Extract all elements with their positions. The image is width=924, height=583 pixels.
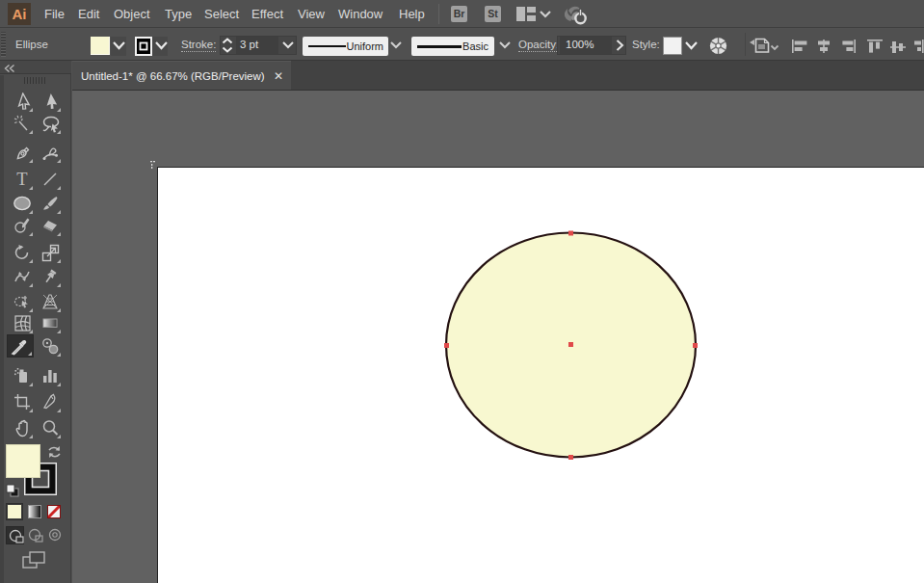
svg-text:T: T — [16, 171, 27, 188]
